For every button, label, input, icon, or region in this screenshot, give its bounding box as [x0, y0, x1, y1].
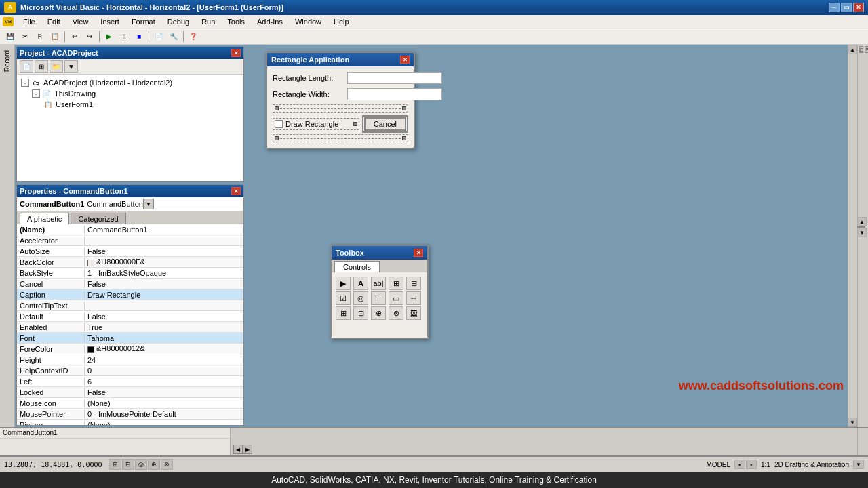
- tool-label[interactable]: A: [353, 277, 368, 290]
- tool-image[interactable]: 🖼: [406, 306, 421, 320]
- props-val-caption[interactable]: Draw Rectangle: [85, 291, 243, 299]
- menu-addins[interactable]: Add-Ins: [252, 16, 288, 27]
- menu-file[interactable]: File: [18, 16, 41, 27]
- props-val-picture[interactable]: (None): [85, 421, 243, 426]
- props-val-mouseicon[interactable]: (None): [85, 399, 243, 407]
- props-object-dropdown[interactable]: CommandButton1 CommandButton ▼: [17, 197, 243, 211]
- tool-frame[interactable]: ▭: [389, 291, 403, 305]
- menu-insert[interactable]: Insert: [95, 16, 125, 27]
- menu-help[interactable]: Help: [328, 16, 355, 27]
- props-val-name[interactable]: CommandButton1: [85, 226, 243, 234]
- handle-tr[interactable]: [402, 106, 406, 110]
- toolbar-save[interactable]: 💾: [3, 30, 18, 43]
- props-val-backcolor[interactable]: &H8000000F&: [85, 258, 243, 266]
- tool-togglebutton[interactable]: ⊢: [371, 291, 386, 305]
- tree-expand-thisdrawing[interactable]: -: [32, 89, 40, 98]
- props-val-font[interactable]: Tahoma: [85, 334, 243, 342]
- props-dropdown-arrow[interactable]: ▼: [143, 199, 154, 209]
- toolbar-stop[interactable]: ■: [132, 30, 146, 43]
- canvas-scroll-down[interactable]: ▼: [848, 418, 857, 427]
- rect-length-input[interactable]: [347, 72, 442, 84]
- project-view-obj[interactable]: ⊞: [35, 60, 48, 73]
- workspace-icon[interactable]: ▼: [853, 460, 864, 469]
- props-val-default[interactable]: False: [85, 312, 243, 321]
- toolbar-paste[interactable]: 📋: [47, 30, 62, 43]
- toolbar-run[interactable]: ▶: [102, 30, 117, 43]
- props-val-enabled[interactable]: True: [85, 323, 243, 331]
- tree-expand-root[interactable]: -: [21, 79, 29, 87]
- draw-rect-checkbox[interactable]: [275, 120, 283, 128]
- tab-categorized[interactable]: Categorized: [71, 213, 125, 224]
- toolbox-controls-tab[interactable]: Controls: [334, 261, 380, 272]
- status-icon-ortho[interactable]: ⊕: [148, 459, 160, 470]
- cancel-button[interactable]: Cancel: [364, 117, 406, 131]
- menu-format[interactable]: Format: [126, 16, 161, 27]
- model-icon2[interactable]: ▪: [746, 460, 757, 469]
- project-view-code[interactable]: 📄: [20, 60, 33, 73]
- props-val-locked[interactable]: False: [85, 388, 243, 396]
- props-val-cancel[interactable]: False: [85, 280, 243, 288]
- close-window-button[interactable]: ✕: [853, 3, 864, 12]
- h-scroll-left[interactable]: ◀: [233, 445, 243, 454]
- tool-textbox[interactable]: ab|: [371, 277, 386, 290]
- toolbox-close[interactable]: ✕: [414, 249, 423, 257]
- record-button[interactable]: Record: [2, 47, 12, 75]
- project-toggle-folders[interactable]: 📁: [50, 60, 63, 73]
- toolbar-cut[interactable]: ✂: [18, 30, 33, 43]
- props-val-helpcontextid[interactable]: 0: [85, 367, 243, 375]
- model-icon1[interactable]: ▪: [734, 460, 745, 469]
- restore-button[interactable]: ▭: [841, 3, 852, 12]
- tool-spinbutton[interactable]: ⊗: [389, 306, 403, 320]
- toolbar-copy[interactable]: ⎘: [33, 30, 47, 43]
- tab-alphabetic[interactable]: Alphabetic: [20, 213, 69, 224]
- h-scroll-right[interactable]: ▶: [243, 445, 252, 454]
- tool-tabstrip[interactable]: ⊞: [336, 306, 351, 320]
- tool-listbox[interactable]: ⊟: [406, 277, 421, 290]
- project-dropdown[interactable]: ▼: [64, 60, 78, 73]
- props-val-mousepointer[interactable]: 0 - fmMousePointerDefault: [85, 410, 243, 418]
- handle-tl[interactable]: [275, 106, 279, 110]
- toolbar-undo[interactable]: ↩: [67, 30, 82, 43]
- status-icon-osnap[interactable]: ⊗: [161, 459, 173, 470]
- props-val-height[interactable]: 24: [85, 356, 243, 364]
- handle-mr[interactable]: [353, 122, 357, 126]
- strip-btn1[interactable]: □: [859, 46, 863, 53]
- status-icon-grid[interactable]: ⊞: [109, 459, 121, 470]
- tree-this-drawing[interactable]: - 📄 ThisDrawing: [31, 88, 241, 99]
- menu-window[interactable]: Window: [290, 16, 327, 27]
- strip-btn2[interactable]: ✕: [865, 46, 868, 53]
- menu-debug[interactable]: Debug: [162, 16, 195, 27]
- toolbar-props[interactable]: 🔧: [166, 30, 181, 43]
- props-val-left[interactable]: 6: [85, 378, 243, 386]
- canvas-scrollbar-v[interactable]: ▲ ▼: [848, 45, 857, 427]
- tool-multipage[interactable]: ⊡: [353, 306, 368, 320]
- tree-userform1[interactable]: 📋 UserForm1: [41, 99, 241, 110]
- tool-commandbutton[interactable]: ⊣: [406, 291, 421, 305]
- tool-checkbox[interactable]: ☑: [336, 291, 351, 305]
- handle-bl[interactable]: [275, 136, 279, 140]
- canvas-scroll-up[interactable]: ▲: [848, 45, 857, 54]
- props-val-forecolor[interactable]: &H80000012&: [85, 344, 243, 352]
- status-icon-snap[interactable]: ⊟: [122, 459, 134, 470]
- properties-close-button[interactable]: ✕: [231, 187, 241, 195]
- tool-optionbutton[interactable]: ◎: [353, 291, 368, 305]
- project-close-button[interactable]: ✕: [231, 49, 241, 57]
- toolbar-userform[interactable]: 📄: [151, 30, 166, 43]
- tool-scrollbar[interactable]: ⊕: [371, 306, 386, 320]
- menu-edit[interactable]: Edit: [42, 16, 66, 27]
- props-val-backstyle[interactable]: 1 - fmBackStyleOpaque: [85, 269, 243, 277]
- toolbar-help[interactable]: ❓: [186, 30, 201, 43]
- toolbar-redo[interactable]: ↪: [82, 30, 97, 43]
- menu-tools[interactable]: Tools: [222, 16, 250, 27]
- handle-br[interactable]: [402, 136, 406, 140]
- minimize-button[interactable]: ─: [829, 3, 840, 12]
- status-icon-polar[interactable]: ◎: [135, 459, 147, 470]
- tree-root[interactable]: - 🗂 ACADProject (Horizontal - Horizontal…: [20, 77, 241, 88]
- menu-run[interactable]: Run: [196, 16, 220, 27]
- menu-view[interactable]: View: [67, 16, 94, 27]
- props-val-autosize[interactable]: False: [85, 247, 243, 256]
- tool-combobox[interactable]: ⊞: [389, 277, 403, 290]
- tool-pointer[interactable]: ▶: [336, 277, 351, 290]
- rect-app-close[interactable]: ✕: [400, 56, 410, 64]
- toolbar-break[interactable]: ⏸: [117, 30, 132, 43]
